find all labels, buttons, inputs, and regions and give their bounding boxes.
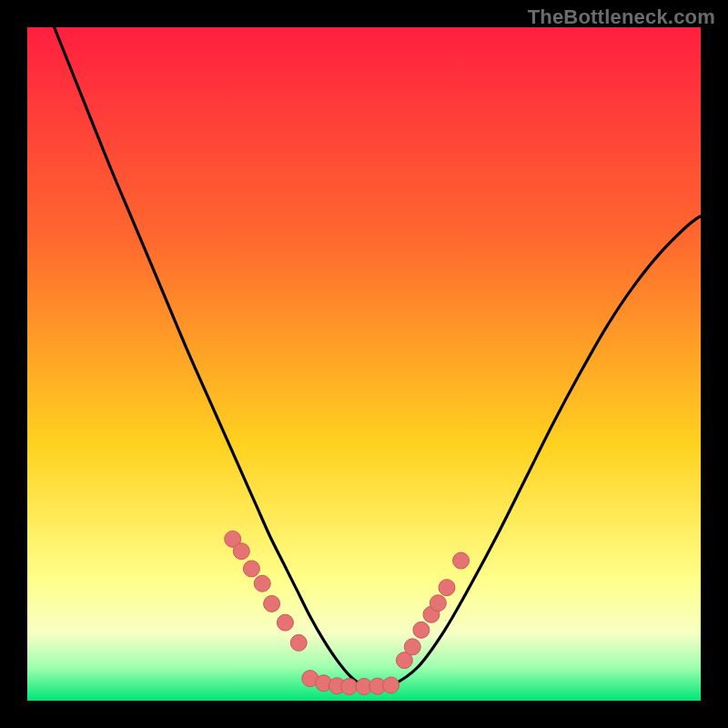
data-marker	[233, 543, 249, 560]
data-marker	[277, 614, 293, 631]
bottleneck-chart	[27, 27, 701, 701]
data-marker	[264, 595, 280, 612]
chart-frame: TheBottleneck.com	[0, 0, 728, 728]
data-marker	[439, 580, 455, 596]
data-marker	[383, 677, 399, 693]
attribution-label: TheBottleneck.com	[528, 5, 715, 29]
data-marker	[453, 552, 470, 569]
data-marker	[290, 634, 307, 651]
data-marker	[254, 575, 270, 592]
data-marker	[243, 561, 259, 577]
data-marker	[430, 595, 446, 612]
data-marker	[413, 622, 430, 638]
data-marker	[404, 639, 420, 655]
gradient-background	[27, 27, 701, 701]
data-marker	[341, 678, 358, 694]
